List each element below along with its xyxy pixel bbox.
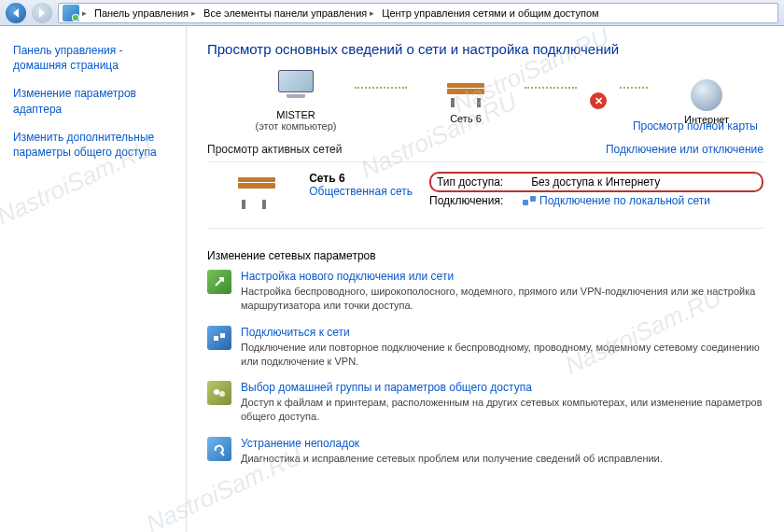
- network-name: Сеть 6: [414, 113, 517, 124]
- homegroup-icon: [207, 381, 231, 405]
- sidebar-item-home[interactable]: Панель управления - домашняя страница: [13, 43, 173, 73]
- control-panel-icon: [63, 5, 79, 21]
- bench-icon: [236, 177, 272, 209]
- nav-forward-button[interactable]: [32, 3, 52, 23]
- new-connection-icon: [207, 270, 231, 294]
- network-type-link[interactable]: Общественная сеть: [309, 185, 413, 198]
- sidebar: Панель управления - домашняя страница Из…: [0, 26, 187, 532]
- connect-network-icon: [207, 326, 231, 350]
- access-highlight: Тип доступа: Без доступа к Интернету: [429, 172, 763, 192]
- page-title: Просмотр основных сведений о сети и наст…: [207, 41, 763, 57]
- task-connect-network-link[interactable]: Подключиться к сети: [241, 326, 763, 339]
- globe-icon: [691, 79, 722, 111]
- task-new-connection-link[interactable]: Настройка нового подключения или сети: [241, 270, 763, 283]
- connection-link[interactable]: Подключение по локальной сети: [523, 194, 763, 207]
- breadcrumb-item-1[interactable]: Панель управления▸: [91, 7, 200, 19]
- task-homegroup-desc: Доступ к файлам и принтерам, расположенн…: [241, 396, 763, 424]
- view-full-map-link[interactable]: Просмотр полной карты: [633, 119, 758, 133]
- breadcrumb[interactable]: ▸ Панель управления▸ Все элементы панели…: [58, 3, 778, 23]
- tasks-title: Изменение сетевых параметров: [207, 249, 763, 262]
- chevron-right-icon: ▸: [82, 8, 87, 18]
- arrow-left-icon: [13, 8, 19, 18]
- sidebar-item-advanced-sharing[interactable]: Изменить дополнительные параметры общего…: [13, 130, 173, 160]
- main-panel: Просмотр основных сведений о сети и наст…: [187, 26, 784, 532]
- connector-line: [620, 87, 648, 89]
- svg-point-3: [219, 391, 225, 397]
- sidebar-item-adapter-settings[interactable]: Изменение параметров адаптера: [13, 86, 173, 116]
- arrow-right-icon: [39, 8, 45, 18]
- task-connect-network-desc: Подключение или повторное подключение к …: [241, 341, 763, 369]
- task-new-connection-desc: Настройка беспроводного, широкополосного…: [241, 285, 763, 313]
- x-error-icon: ✕: [590, 92, 607, 109]
- bench-icon: [445, 83, 486, 107]
- svg-point-2: [214, 389, 219, 395]
- svg-rect-1: [220, 333, 225, 338]
- chevron-right-icon: ▸: [370, 8, 374, 18]
- active-networks-title: Просмотр активных сетей: [207, 143, 342, 156]
- connect-disconnect-link[interactable]: Подключение или отключение: [606, 143, 763, 156]
- access-type-label: Тип доступа:: [437, 175, 503, 189]
- breadcrumb-item-3[interactable]: Центр управления сетями и общим доступом: [378, 7, 602, 19]
- connections-label: Подключения:: [429, 194, 523, 207]
- network-adapter-icon: [523, 196, 536, 205]
- computer-icon: [273, 70, 318, 107]
- breadcrumb-item-2[interactable]: Все элементы панели управления▸: [200, 7, 378, 19]
- active-network-name: Сеть 6: [309, 172, 413, 185]
- connector-line: [525, 87, 577, 89]
- task-homegroup-link[interactable]: Выбор домашней группы и параметров общег…: [241, 381, 763, 394]
- connector-line: [355, 87, 407, 89]
- svg-rect-0: [214, 336, 218, 341]
- task-troubleshoot-desc: Диагностика и исправление сетевых пробле…: [241, 452, 663, 466]
- nav-back-button[interactable]: [6, 3, 26, 23]
- chevron-right-icon: ▸: [191, 8, 196, 18]
- task-troubleshoot-link[interactable]: Устранение неполадок: [241, 437, 663, 450]
- troubleshoot-icon: [207, 437, 231, 461]
- computer-name: MISTER: [245, 109, 347, 120]
- computer-sublabel: (этот компьютер): [245, 120, 347, 132]
- access-type-value: Без доступа к Интернету: [531, 175, 660, 189]
